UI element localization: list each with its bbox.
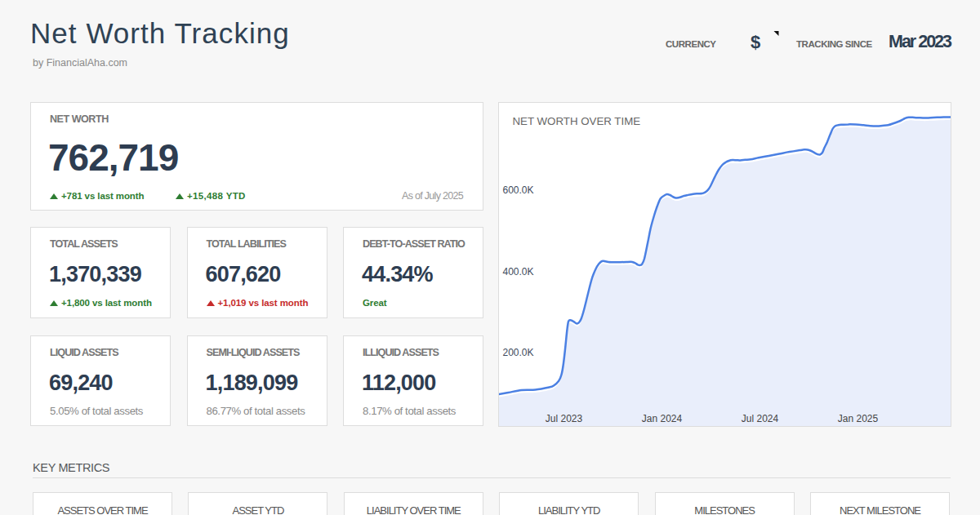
svg-text:NET WORTH OVER TIME: NET WORTH OVER TIME xyxy=(513,115,641,127)
svg-text:Jul 2023: Jul 2023 xyxy=(546,413,583,424)
svg-text:200.0K: 200.0K xyxy=(503,347,534,358)
svg-text:Jul 2024: Jul 2024 xyxy=(742,413,779,424)
svg-text:Jan 2024: Jan 2024 xyxy=(642,413,683,424)
svg-text:600.0K: 600.0K xyxy=(503,184,534,196)
svg-text:400.0K: 400.0K xyxy=(503,266,534,277)
svg-text:Jan 2025: Jan 2025 xyxy=(838,413,879,424)
